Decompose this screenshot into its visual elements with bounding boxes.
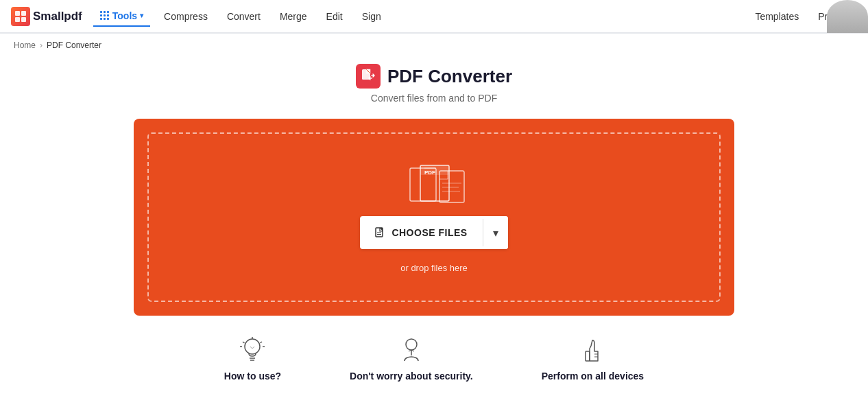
page-subtitle: Convert files from and to PDF [371, 93, 497, 104]
svg-rect-3 [21, 17, 26, 22]
sign-link[interactable]: Sign [354, 7, 389, 26]
drop-zone-wrapper[interactable]: PDF [134, 119, 734, 316]
navbar: Smallpdf Tools ▾ Compress Convert Merge … [0, 0, 868, 33]
main-content: PDF Converter Convert files from and to … [0, 57, 868, 398]
feature-all-devices: Perform on all devices [542, 336, 644, 382]
templates-link[interactable]: Templates [745, 7, 808, 26]
file-upload-icon [375, 226, 386, 239]
drop-zone[interactable]: PDF [147, 132, 721, 302]
svg-rect-1 [21, 11, 26, 16]
drop-hint: or drop files here [400, 263, 468, 273]
bulb-icon [239, 336, 266, 364]
svg-line-27 [261, 342, 263, 343]
breadcrumb-separator: › [40, 40, 43, 50]
svg-line-26 [243, 342, 245, 343]
feature-all-devices-title: Perform on all devices [542, 371, 644, 382]
choose-files-dropdown-button[interactable]: ▾ [483, 216, 508, 249]
tools-button[interactable]: Tools ▾ [93, 6, 150, 27]
svg-point-30 [406, 339, 417, 350]
tools-grid-icon [100, 11, 110, 21]
features-section: How to use? Don't worry about security. [0, 316, 868, 388]
compress-link[interactable]: Compress [156, 7, 216, 26]
nav-right: Templates Pricing [745, 7, 857, 26]
feature-how-to-use: How to use? [224, 336, 281, 382]
thumbsup-icon [579, 336, 606, 364]
choose-files-row[interactable]: CHOOSE FILES ▾ [360, 216, 507, 249]
page-title-row: PDF Converter [356, 64, 512, 89]
chevron-down-icon: ▾ [140, 12, 143, 19]
svg-rect-13 [439, 171, 464, 202]
nav-links: Compress Convert Merge Edit Sign [156, 7, 389, 26]
logo[interactable]: Smallpdf [11, 7, 82, 26]
feature-security-title: Don't worry about security. [350, 371, 473, 382]
breadcrumb-current: PDF Converter [47, 40, 101, 50]
svg-rect-2 [15, 17, 20, 22]
shield-person-icon [398, 336, 425, 364]
merge-link[interactable]: Merge [272, 7, 315, 26]
svg-rect-32 [586, 351, 590, 361]
logo-icon [11, 7, 30, 26]
svg-point-22 [245, 339, 260, 354]
avatar [827, 0, 868, 33]
breadcrumb-home[interactable]: Home [14, 40, 36, 50]
convert-link[interactable]: Convert [219, 7, 269, 26]
page-title: PDF Converter [387, 66, 512, 87]
logo-text: Smallpdf [33, 10, 82, 23]
feature-how-to-use-title: How to use? [224, 371, 281, 382]
breadcrumb: Home › PDF Converter [0, 34, 868, 57]
svg-rect-0 [15, 11, 20, 16]
nav-tools: Tools ▾ [93, 6, 150, 27]
file-illustration: PDF [407, 161, 461, 202]
svg-text:PDF: PDF [424, 169, 435, 176]
tools-label: Tools [112, 10, 137, 21]
page-header: PDF Converter Convert files from and to … [356, 64, 512, 104]
dropdown-chevron-icon: ▾ [493, 226, 498, 239]
feature-security: Don't worry about security. [350, 336, 473, 382]
choose-files-label: CHOOSE FILES [391, 227, 467, 238]
choose-files-button[interactable]: CHOOSE FILES [360, 218, 482, 247]
pdf-converter-icon [356, 64, 381, 89]
edit-link[interactable]: Edit [318, 7, 351, 26]
